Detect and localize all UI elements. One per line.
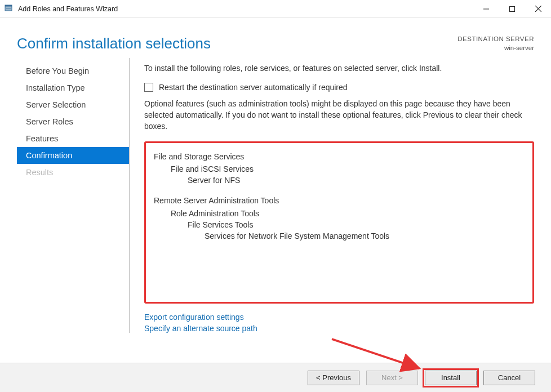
restart-row: Restart the destination server automatic… bbox=[144, 82, 534, 93]
maximize-button[interactable] bbox=[499, 0, 525, 18]
titlebar: Add Roles and Features Wizard bbox=[0, 0, 551, 18]
optional-note: Optional features (such as administratio… bbox=[144, 98, 534, 132]
selections-box[interactable]: File and Storage ServicesFile and iSCSI … bbox=[144, 141, 534, 304]
restart-label: Restart the destination server automatic… bbox=[159, 82, 348, 93]
selection-item: Remote Server Administration Tools bbox=[154, 195, 525, 206]
body: Before You BeginInstallation TypeServer … bbox=[0, 58, 551, 343]
export-settings-link[interactable]: Export configuration settings bbox=[144, 311, 534, 323]
svg-rect-2 bbox=[6, 8, 11, 8]
nav-item-results: Results bbox=[17, 164, 129, 181]
nav-item-before-you-begin[interactable]: Before You Begin bbox=[17, 63, 129, 79]
nav-item-confirmation[interactable]: Confirmation bbox=[17, 147, 129, 164]
destination-value: win-server bbox=[457, 44, 534, 53]
selection-item: File Services Tools bbox=[188, 219, 525, 230]
svg-rect-4 bbox=[510, 6, 515, 11]
nav-item-server-roles[interactable]: Server Roles bbox=[17, 113, 129, 130]
selection-item: Server for NFS bbox=[188, 175, 525, 186]
footer: < Previous Next > Install Cancel bbox=[0, 363, 551, 392]
header: Confirm installation selections DESTINAT… bbox=[0, 18, 551, 58]
minimize-button[interactable] bbox=[473, 0, 499, 18]
selection-item: File and Storage Services bbox=[154, 151, 525, 162]
links: Export configuration settings Specify an… bbox=[144, 311, 534, 335]
nav-item-features[interactable]: Features bbox=[17, 130, 129, 147]
content: To install the following roles, role ser… bbox=[130, 58, 534, 333]
selection-item: Role Administration Tools bbox=[171, 208, 525, 219]
svg-rect-1 bbox=[5, 5, 12, 7]
app-icon bbox=[5, 3, 14, 14]
page-title: Confirm installation selections bbox=[17, 35, 211, 52]
alternate-source-link[interactable]: Specify an alternate source path bbox=[144, 323, 534, 334]
destination-info: DESTINATION SERVER win-server bbox=[457, 35, 534, 52]
nav-item-server-selection[interactable]: Server Selection bbox=[17, 96, 129, 113]
wizard-nav: Before You BeginInstallation TypeServer … bbox=[17, 58, 130, 333]
next-button: Next > bbox=[366, 371, 418, 385]
install-button[interactable]: Install bbox=[425, 371, 477, 385]
titlebar-left: Add Roles and Features Wizard bbox=[5, 3, 118, 14]
selection-item: File and iSCSI Services bbox=[171, 163, 525, 175]
restart-checkbox[interactable] bbox=[144, 83, 153, 92]
destination-label: DESTINATION SERVER bbox=[457, 35, 534, 44]
nav-item-installation-type[interactable]: Installation Type bbox=[17, 79, 129, 96]
selection-item: Services for Network File System Managem… bbox=[205, 230, 525, 242]
window-title: Add Roles and Features Wizard bbox=[18, 5, 118, 13]
window-controls bbox=[473, 0, 551, 18]
previous-button[interactable]: < Previous bbox=[308, 371, 359, 385]
instruction-text: To install the following roles, role ser… bbox=[144, 63, 534, 74]
close-button[interactable] bbox=[525, 0, 551, 18]
cancel-button[interactable]: Cancel bbox=[483, 371, 535, 385]
